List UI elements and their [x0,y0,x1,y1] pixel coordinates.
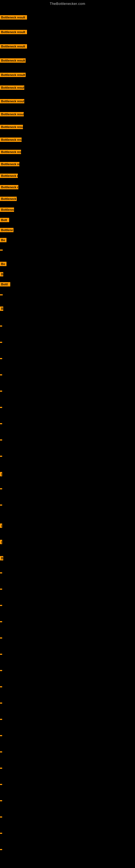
bottleneck-result-item [0,589,2,590]
bottleneck-result-item [0,833,2,834]
bottleneck-result-item [0,638,2,639]
bottleneck-result-item [0,784,2,785]
bottleneck-result-item [0,374,2,375]
bottleneck-result-item: Bottleneck result [0,30,27,34]
bottleneck-result-item: B [0,272,3,276]
bottleneck-result-item: | [0,472,2,476]
bottleneck-result-item [0,439,2,440]
bottleneck-result-item [0,423,2,424]
bottleneck-result-item: Bo [0,238,6,242]
bottleneck-result-item: Bottleneck res [0,185,18,189]
bottleneck-result-item [0,816,2,817]
bottleneck-result-item: Bottleneck re [0,197,17,201]
bottleneck-result-item [0,456,2,457]
bottleneck-result-item [0,751,2,752]
bottleneck-result-item [0,391,2,392]
bottleneck-result-item: Bottlenec [0,208,14,212]
bottleneck-result-item [0,768,2,769]
bottleneck-result-item [0,358,2,359]
bottleneck-result-item: Bottleneck result [0,44,27,49]
bottleneck-result-item: Bottl [0,282,10,286]
bottleneck-result-item [0,250,3,251]
bottleneck-result-item [0,686,2,687]
bottleneck-result-item [0,703,2,704]
bottleneck-result-item [0,605,2,606]
bottleneck-result-item: Bottleneck result [0,58,26,63]
bottleneck-result-item [0,407,2,408]
bottleneck-result-item [0,488,2,489]
bottleneck-result-item: Bottleneck resu [0,137,21,142]
bottleneck-result-item: Bottleneck result [0,86,24,90]
bottleneck-result-item [0,504,2,506]
bottleneck-result-item [0,735,2,736]
bottleneck-result-item [0,800,2,801]
bottleneck-result-item: Bottleneck result [0,99,24,103]
bottleneck-result-item: Bottleneck res [0,162,19,166]
bottleneck-result-item [0,326,2,327]
bottleneck-result-item: Bottleneck result [0,15,27,20]
bottleneck-result-item: | [0,524,2,528]
bottleneck-result-item: B [0,556,3,560]
bottleneck-result-item: Bottlene [0,228,13,232]
bottleneck-result-item: Bott [0,218,9,222]
bottleneck-result-item: B [0,307,3,311]
bottleneck-result-item [0,670,2,671]
bottleneck-result-item: Bo [0,262,6,266]
bottleneck-result-item: Bottleneck resu [0,150,21,154]
bottleneck-result-item [0,294,3,296]
bottleneck-result-item [0,342,2,343]
bottleneck-result-item [0,572,2,574]
bottleneck-result-item: Bottleneck result [0,73,26,77]
bottleneck-result-item [0,654,2,655]
bottleneck-result-item: Bottleneck re [0,174,18,178]
bottleneck-result-item [0,849,2,850]
bottleneck-result-item: | [0,540,2,544]
site-title: TheBottlenecker.com [0,0,135,7]
bottleneck-result-item [0,621,2,622]
bottleneck-result-item: Bottleneck result [0,112,24,116]
bottleneck-result-item: Bottleneck result [0,125,23,129]
bottleneck-result-item [0,719,2,720]
